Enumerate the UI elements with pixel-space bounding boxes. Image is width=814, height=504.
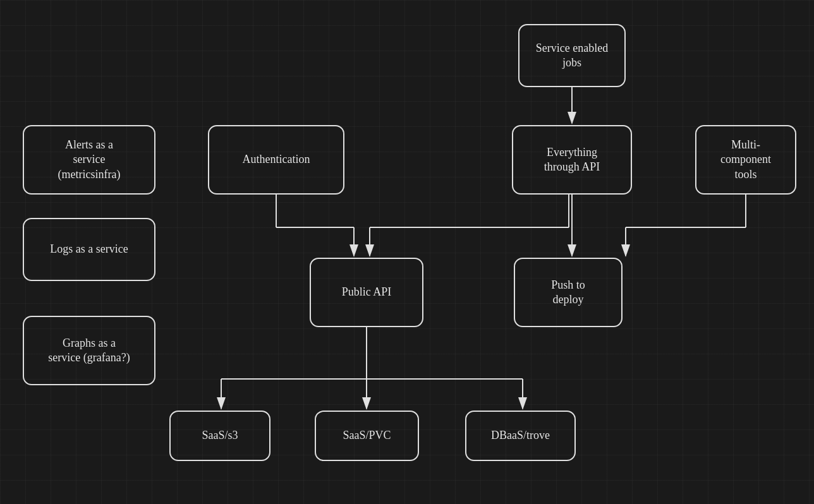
- node-saas-pvc: SaaS/PVC: [315, 411, 419, 461]
- node-push-to-deploy: Push todeploy: [514, 258, 623, 327]
- node-dbaas-trove: DBaaS/trove: [465, 411, 576, 461]
- node-multi-component-tools: Multi-componenttools: [695, 125, 796, 195]
- node-alerts-as-service: Alerts as aservice(metricsinfra): [23, 125, 155, 195]
- node-saas-s3: SaaS/s3: [169, 411, 270, 461]
- node-authentication: Authentication: [208, 125, 344, 195]
- node-logs-as-service: Logs as a service: [23, 218, 155, 281]
- node-public-api: Public API: [310, 258, 423, 327]
- node-graphs-as-service: Graphs as aservice (grafana?): [23, 316, 155, 385]
- diagram: Service enabled jobs Alerts as aservice(…: [0, 0, 814, 504]
- node-service-enabled-jobs: Service enabled jobs: [518, 24, 626, 87]
- node-everything-through-api: Everythingthrough API: [512, 125, 632, 195]
